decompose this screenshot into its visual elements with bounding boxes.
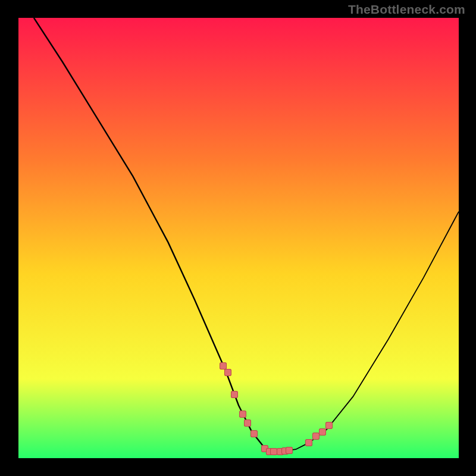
data-point xyxy=(239,411,246,418)
data-point xyxy=(325,422,333,429)
plot-area xyxy=(18,18,459,458)
data-point xyxy=(319,428,326,436)
data-point xyxy=(224,369,231,376)
curve-layer xyxy=(18,18,459,458)
data-point xyxy=(305,439,312,446)
watermark-text: TheBottleneck.com xyxy=(348,2,465,17)
data-point xyxy=(244,419,251,427)
curve-left xyxy=(34,18,270,452)
chart-container: TheBottleneck.com xyxy=(0,0,476,476)
data-point xyxy=(250,430,258,437)
data-point xyxy=(231,391,238,398)
curve-right xyxy=(270,212,459,452)
data-point xyxy=(286,447,293,454)
